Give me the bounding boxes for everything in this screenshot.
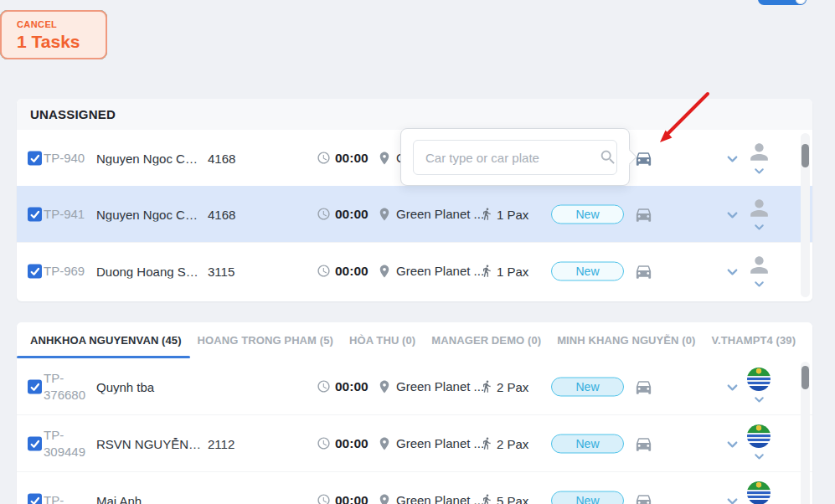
task-name: Nguyen Ngoc Cong (96, 151, 204, 165)
task-id: TP-309449 (44, 426, 92, 460)
location-pin-icon (377, 379, 392, 394)
chevron-down-icon[interactable] (724, 206, 740, 222)
status-card-row: NEW 134 Tasks IN-PROGRESS 0 Tasks ON HOL… (0, 0, 835, 75)
task-code: 4168 (208, 207, 235, 221)
assigned-rows: TP-376680 Quynh tba 00:00 Green Planet .… (17, 358, 812, 504)
driver-avatar[interactable] (747, 368, 771, 391)
avatar-chevron-icon[interactable] (752, 276, 766, 291)
scrollbar-thumb[interactable] (801, 366, 809, 389)
task-location: Green Planet ... (396, 493, 484, 504)
task-id: TP-969 (44, 262, 97, 279)
task-checkbox[interactable] (28, 436, 42, 450)
avatar-chevron-icon[interactable] (752, 392, 766, 406)
location-pin-icon (377, 436, 392, 451)
chevron-down-icon[interactable] (724, 378, 740, 394)
driver-tab-label: ANHKHOA NGUYENVAN (45) (30, 334, 182, 347)
driver-assign-cell[interactable] (745, 139, 773, 177)
pax-count: 2 Pax (497, 379, 528, 393)
task-id: TP-940 (44, 149, 97, 166)
car-icon[interactable] (634, 261, 653, 280)
task-id: TP-941 (44, 205, 97, 222)
task-row[interactable]: TP-941 Nguyen Ngoc Cong 4168 00:00 Green… (17, 186, 812, 242)
task-pax-cell: 5 Pax (480, 493, 528, 504)
task-checkbox[interactable] (28, 379, 42, 393)
driver-tab[interactable]: V.THAMPT4 (39) (712, 322, 796, 358)
search-icon (599, 148, 617, 167)
task-name: Nguyen Ngoc Cong (96, 207, 204, 221)
task-code: 2112 (208, 436, 235, 450)
task-pax-cell: 2 Pax (480, 436, 528, 450)
driver-assign-cell[interactable] (745, 424, 773, 463)
status-badge: New (551, 261, 624, 280)
avatar-person-icon[interactable] (746, 139, 772, 165)
task-checkbox[interactable] (28, 207, 42, 221)
task-time: 00:00 (335, 379, 369, 394)
task-row[interactable]: TP-969 Duong Hoang Sa ... 3115 00:00 Gre… (17, 242, 812, 299)
driver-tab[interactable]: ANHKHOA NGUYENVAN (45) (30, 322, 182, 358)
dispatch-dashboard: NEW 134 Tasks IN-PROGRESS 0 Tasks ON HOL… (0, 0, 835, 504)
driver-tab[interactable]: MINH KHANG NGUYỄN (0) (557, 322, 695, 358)
avatar-person-icon[interactable] (746, 252, 772, 278)
task-location: Green Planet ... (396, 379, 484, 393)
clock-icon (317, 264, 331, 278)
avatar-chevron-icon[interactable] (752, 449, 766, 463)
task-checkbox[interactable] (28, 493, 42, 504)
task-pax-cell: 1 Pax (480, 264, 528, 278)
clock-icon (317, 436, 331, 450)
location-pin-icon (377, 264, 392, 279)
clock-icon (317, 151, 331, 165)
task-location: Green Planet ... (396, 436, 484, 450)
task-location: Green Planet ... (396, 264, 484, 278)
task-time-cell: 00:00 (317, 264, 369, 279)
status-card-count: 1 Tasks (17, 32, 106, 52)
task-name: Duong Hoang Sa ... (96, 264, 204, 278)
driver-assign-cell[interactable] (745, 195, 773, 234)
status-badge: New (551, 377, 624, 396)
task-row[interactable]: TP-309449 RSVN NGUYỄN K... 2112 00:00 Gr… (17, 414, 812, 471)
task-time-cell: 00:00 (317, 151, 369, 166)
chevron-down-icon[interactable] (724, 263, 740, 279)
driver-avatar[interactable] (747, 481, 771, 504)
car-icon[interactable] (634, 204, 653, 224)
avatar-chevron-icon[interactable] (752, 219, 766, 234)
car-icon[interactable] (634, 377, 653, 396)
pax-count: 1 Pax (497, 264, 528, 278)
location-pin-icon (377, 207, 392, 222)
driver-tab[interactable]: MANAGER DEMO (0) (431, 322, 541, 358)
driver-tab-label: HOANG TRONG PHAM (5) (198, 334, 333, 347)
car-icon[interactable] (634, 148, 653, 167)
driver-tabs: ANHKHOA NGUYENVAN (45) HOANG TRONG PHAM … (17, 322, 812, 358)
chevron-down-icon[interactable] (724, 150, 740, 166)
car-icon[interactable] (634, 491, 653, 504)
vehicle-search-input[interactable] (414, 151, 599, 165)
task-location-cell: Green Planet ... (377, 436, 484, 451)
location-pin-icon (377, 151, 392, 166)
driver-tab-label: V.THAMPT4 (39) (712, 334, 796, 347)
status-card[interactable]: CANCEL 1 Tasks (0, 10, 107, 59)
location-pin-icon (377, 493, 392, 504)
task-time: 00:00 (335, 493, 369, 504)
task-checkbox[interactable] (28, 151, 42, 165)
avatar-person-icon[interactable] (746, 195, 772, 221)
chevron-down-icon[interactable] (724, 435, 740, 451)
driver-assign-cell[interactable] (745, 252, 773, 291)
chevron-down-icon[interactable] (724, 492, 740, 504)
pax-count: 2 Pax (497, 436, 528, 450)
driver-assign-cell[interactable] (745, 481, 773, 504)
task-row[interactable]: TP- Mai Anh 00:00 Green Planet ... (17, 471, 812, 504)
status-badge: New (551, 491, 624, 504)
task-location: Green Planet ... (396, 207, 484, 221)
driver-avatar[interactable] (747, 424, 771, 448)
task-time: 00:00 (335, 207, 369, 222)
task-row[interactable]: TP-376680 Quynh tba 00:00 Green Planet .… (17, 358, 812, 414)
task-time-cell: 00:00 (317, 493, 369, 504)
avatar-chevron-icon[interactable] (752, 163, 766, 177)
driver-tab[interactable]: HOANG TRONG PHAM (5) (198, 322, 333, 358)
driver-tab-label: MANAGER DEMO (0) (431, 334, 541, 347)
driver-assign-cell[interactable] (745, 368, 773, 406)
task-checkbox[interactable] (28, 264, 42, 278)
scrollbar-thumb[interactable] (801, 144, 809, 167)
car-icon[interactable] (634, 434, 653, 453)
clipped-toggle[interactable] (758, 0, 807, 5)
driver-tab[interactable]: HÒA THU (0) (349, 322, 415, 358)
